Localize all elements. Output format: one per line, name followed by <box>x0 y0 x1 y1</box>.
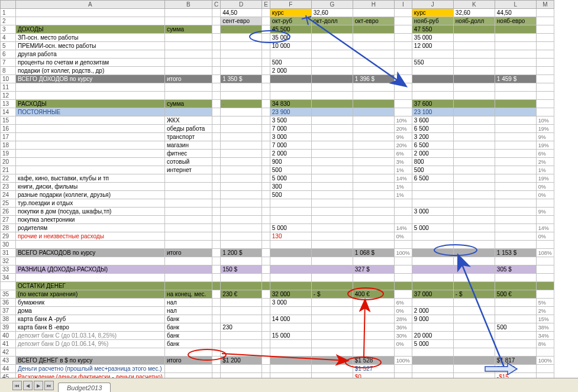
cell[interactable] <box>311 92 353 100</box>
cell[interactable] <box>453 348 495 357</box>
cell[interactable] <box>212 17 220 25</box>
cell[interactable] <box>353 224 394 232</box>
cell[interactable] <box>270 357 311 365</box>
cell[interactable] <box>412 274 453 282</box>
row-header[interactable]: 12 <box>1 92 16 100</box>
cell[interactable] <box>16 141 165 150</box>
cell[interactable] <box>394 208 412 216</box>
cell[interactable] <box>311 133 353 141</box>
cell[interactable]: 1% <box>394 183 412 191</box>
cell[interactable] <box>536 100 554 108</box>
cell[interactable] <box>212 241 220 249</box>
col-header[interactable]: D <box>221 1 262 9</box>
cell[interactable] <box>311 315 353 323</box>
cell[interactable]: нояб-долл <box>453 17 495 25</box>
cell[interactable]: 14 000 <box>270 315 311 323</box>
cell[interactable] <box>262 100 270 108</box>
cell[interactable] <box>353 92 394 100</box>
cell[interactable] <box>394 241 412 249</box>
cell[interactable] <box>311 241 353 249</box>
cell[interactable] <box>495 224 536 232</box>
cell[interactable] <box>495 50 536 59</box>
row-header[interactable]: 36 <box>1 299 16 307</box>
row-header[interactable]: 27 <box>1 216 16 224</box>
cell[interactable] <box>353 307 394 315</box>
cell[interactable] <box>311 108 353 116</box>
cell[interactable] <box>394 92 412 100</box>
cell[interactable] <box>221 133 262 141</box>
cell[interactable]: 44,50 <box>221 9 262 17</box>
cell[interactable] <box>262 125 270 133</box>
cell[interactable] <box>221 42 262 50</box>
cell[interactable] <box>311 365 353 373</box>
cell[interactable]: 2 000 <box>412 150 453 158</box>
cell[interactable] <box>394 42 412 50</box>
cell[interactable] <box>262 108 270 116</box>
cell[interactable] <box>221 59 262 67</box>
cell[interactable] <box>394 216 412 224</box>
cell[interactable] <box>536 290 554 299</box>
row-header[interactable]: 20 <box>1 158 16 166</box>
cell[interactable] <box>412 67 453 75</box>
cell[interactable] <box>164 42 212 50</box>
cell[interactable] <box>412 191 453 199</box>
cell[interactable] <box>16 348 165 357</box>
cell[interactable] <box>353 9 394 17</box>
cell[interactable] <box>16 274 165 282</box>
cell[interactable]: 3 000 <box>270 299 311 307</box>
cell[interactable] <box>353 315 394 323</box>
cell[interactable] <box>453 108 495 116</box>
cell[interactable]: ПРЕМИИ-осн. место работы <box>16 42 165 50</box>
cell[interactable] <box>262 257 270 265</box>
cell[interactable] <box>311 116 353 125</box>
cell[interactable] <box>262 299 270 307</box>
cell[interactable]: 9 000 <box>412 315 453 323</box>
cell[interactable]: нал <box>164 299 212 307</box>
cell[interactable] <box>353 274 394 282</box>
cell[interactable]: 100% <box>394 249 412 257</box>
cell[interactable] <box>262 150 270 158</box>
cell[interactable]: 0% <box>394 340 412 348</box>
cell[interactable] <box>212 116 220 125</box>
cell[interactable] <box>453 299 495 307</box>
cell[interactable] <box>164 208 212 216</box>
cell[interactable] <box>262 9 270 17</box>
cell[interactable] <box>495 183 536 191</box>
cell[interactable] <box>212 191 220 199</box>
cell[interactable]: итого <box>164 75 212 83</box>
cell[interactable] <box>212 92 220 100</box>
cell[interactable] <box>495 307 536 315</box>
cell[interactable] <box>536 25 554 34</box>
cell[interactable] <box>453 332 495 340</box>
cell[interactable]: 1 459 $ <box>495 75 536 83</box>
cell[interactable] <box>262 174 270 183</box>
row-header[interactable]: 3 <box>1 25 16 34</box>
cell[interactable]: 1% <box>394 166 412 174</box>
cell[interactable] <box>536 199 554 208</box>
cell[interactable] <box>221 299 262 307</box>
row-header[interactable]: 32 <box>1 257 16 265</box>
col-header[interactable] <box>1 1 16 9</box>
cell[interactable]: 44,50 <box>495 9 536 17</box>
row-header[interactable]: 5 <box>1 42 16 50</box>
cell[interactable] <box>221 365 262 373</box>
cell[interactable]: окт-долл <box>311 17 353 25</box>
cell[interactable] <box>212 199 220 208</box>
cell[interactable] <box>311 216 353 224</box>
cell[interactable] <box>311 191 353 199</box>
cell[interactable]: 1% <box>394 191 412 199</box>
cell[interactable]: 32 000 <box>270 290 311 299</box>
cell[interactable] <box>221 216 262 224</box>
cell[interactable] <box>353 299 394 307</box>
col-header[interactable]: K <box>453 1 495 9</box>
cell[interactable] <box>536 274 554 282</box>
cell[interactable] <box>311 83 353 92</box>
cell[interactable] <box>270 241 311 249</box>
cell[interactable] <box>311 357 353 365</box>
cell[interactable] <box>262 166 270 174</box>
cell[interactable] <box>164 282 212 290</box>
cell[interactable] <box>495 274 536 282</box>
cell[interactable] <box>536 265 554 274</box>
cell[interactable] <box>412 357 453 365</box>
cell[interactable] <box>353 208 394 216</box>
